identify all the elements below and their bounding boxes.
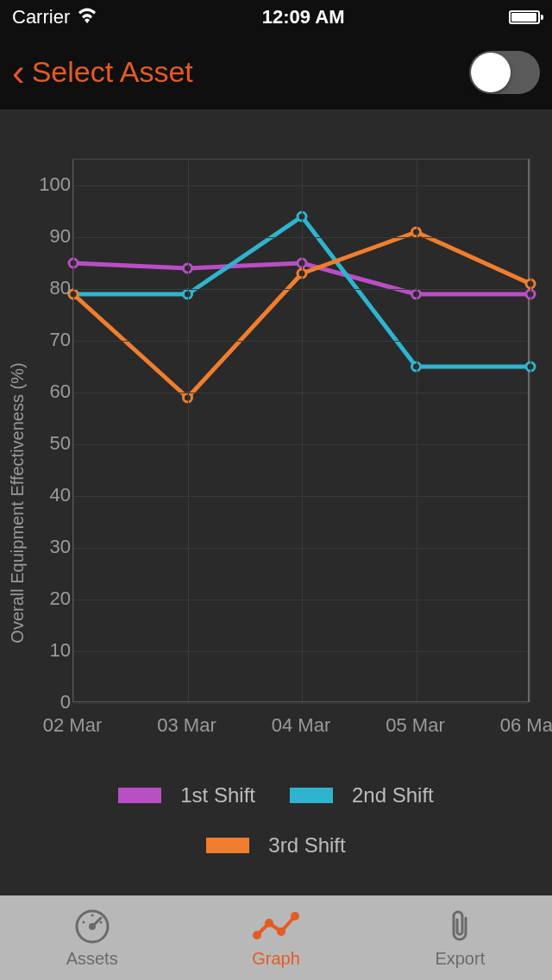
chart-legend: 1st Shift 2nd Shift 3rd Shift: [0, 783, 552, 858]
x-tick-label: 02 Mar: [43, 714, 102, 737]
chart-plot: [72, 159, 530, 702]
tab-label: Graph: [252, 949, 300, 969]
x-tick-label: 05 Mar: [386, 714, 444, 737]
y-tick-label: 50: [29, 432, 71, 455]
svg-point-24: [291, 912, 299, 920]
svg-point-19: [91, 914, 93, 916]
tab-graph[interactable]: Graph: [184, 895, 367, 980]
y-tick-label: 40: [29, 484, 71, 506]
svg-point-21: [253, 931, 261, 939]
legend-label: 1st Shift: [180, 783, 255, 807]
gauge-icon: [73, 908, 111, 945]
legend-label: 2nd Shift: [352, 783, 434, 807]
legend-swatch: [206, 838, 249, 853]
graph-icon: [252, 908, 300, 945]
carrier-label: Carrier: [12, 6, 70, 28]
svg-point-20: [99, 920, 102, 923]
chart-container: Overall Equipment Effectiveness (%) 1st …: [0, 110, 552, 895]
legend-swatch: [118, 788, 161, 803]
legend-item: 1st Shift: [118, 783, 255, 807]
chart-lines: [73, 160, 528, 701]
y-tick-label: 10: [29, 639, 71, 662]
y-tick-label: 0: [29, 691, 71, 713]
status-bar: Carrier 12:09 AM: [0, 0, 552, 35]
tab-export[interactable]: Export: [368, 895, 552, 980]
tab-label: Assets: [66, 949, 118, 969]
svg-point-23: [277, 927, 285, 936]
legend-swatch: [290, 788, 333, 803]
battery-icon: [509, 10, 540, 24]
tab-label: Export: [435, 949, 485, 969]
toggle-switch[interactable]: [469, 51, 540, 94]
y-tick-label: 30: [29, 536, 71, 558]
tab-bar: Assets Graph Export: [0, 895, 552, 980]
tab-assets[interactable]: Assets: [0, 895, 184, 980]
legend-item: 2nd Shift: [290, 783, 434, 807]
y-tick-label: 90: [29, 225, 71, 248]
y-tick-label: 20: [29, 587, 71, 610]
x-tick-label: 04 Mar: [272, 714, 330, 737]
y-tick-label: 70: [29, 329, 71, 351]
nav-header: ‹ Select Asset: [0, 35, 552, 110]
back-button[interactable]: ‹ Select Asset: [12, 53, 193, 91]
y-axis-title: Overall Equipment Effectiveness (%): [8, 227, 28, 779]
back-label: Select Asset: [32, 55, 193, 89]
y-tick-label: 80: [29, 277, 71, 299]
legend-item: 3rd Shift: [206, 833, 345, 858]
svg-point-18: [82, 920, 85, 923]
y-tick-label: 60: [29, 380, 71, 403]
svg-point-22: [265, 919, 273, 927]
x-tick-label: 03 Mar: [157, 714, 216, 737]
y-tick-label: 100: [29, 173, 71, 196]
toggle-knob: [471, 53, 511, 92]
legend-label: 3rd Shift: [268, 833, 345, 858]
chevron-left-icon: ‹: [12, 53, 25, 91]
x-tick-label: 06 Mar: [500, 714, 552, 737]
wifi-icon: [77, 6, 97, 28]
status-time: 12:09 AM: [262, 6, 345, 28]
paperclip-icon: [447, 908, 473, 945]
